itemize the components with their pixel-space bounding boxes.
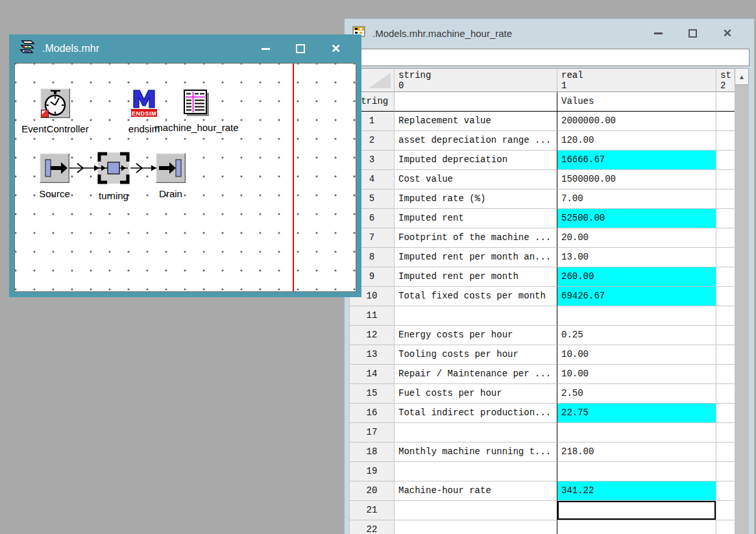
row-extra-cell[interactable] xyxy=(716,112,736,131)
row-extra-cell[interactable] xyxy=(716,520,736,534)
row-extra-cell[interactable] xyxy=(716,404,736,423)
row-value-cell[interactable]: 120.00 xyxy=(557,131,716,151)
row-label-cell[interactable]: Imputed depreciation xyxy=(395,151,557,170)
row-label-cell[interactable]: Cost value xyxy=(395,170,557,189)
row-index-cell[interactable]: 12 xyxy=(349,326,395,345)
close-button[interactable]: ✕ xyxy=(331,43,341,55)
row-extra-cell[interactable] xyxy=(716,209,736,228)
row-extra-cell[interactable] xyxy=(716,501,736,520)
row-label-cell[interactable]: Imputed rent xyxy=(395,209,557,228)
minimize-button[interactable] xyxy=(262,48,270,50)
row-value-cell[interactable]: 13.00 xyxy=(557,248,716,267)
row-label-cell[interactable] xyxy=(395,501,557,520)
row-label-cell[interactable]: Machine-hour rate xyxy=(395,481,557,501)
object-drain[interactable]: Drain xyxy=(135,153,206,199)
scroll-up-button[interactable]: ▲ xyxy=(735,68,749,85)
row-index-cell[interactable]: 17 xyxy=(349,423,395,443)
connector-source-turning[interactable] xyxy=(69,162,99,174)
row-label-cell[interactable] xyxy=(395,306,557,326)
row-value-cell[interactable]: 341.22 xyxy=(557,481,716,501)
row-extra-cell[interactable] xyxy=(716,384,736,404)
column-header-1[interactable]: real 1 xyxy=(557,68,716,92)
row-label-cell[interactable]: Imputed rent per month an... xyxy=(395,248,557,267)
row-value-cell[interactable]: 52500.00 xyxy=(557,209,716,228)
row-value-cell[interactable]: 16666.67 xyxy=(557,151,716,170)
row-label-cell[interactable]: Total indirect production... xyxy=(395,404,557,423)
row-value-cell[interactable]: 0.25 xyxy=(557,326,716,345)
row-label-cell[interactable]: Imputed rate (%) xyxy=(395,189,557,209)
column-header-0[interactable]: string 0 xyxy=(395,68,557,92)
row-index-cell[interactable]: 18 xyxy=(349,443,395,462)
row-value-cell[interactable]: 1500000.00 xyxy=(557,170,716,189)
row-label-cell[interactable]: Footprint of the machine ... xyxy=(395,228,557,248)
row-extra-cell[interactable] xyxy=(716,345,736,365)
column-header-2[interactable]: st 2 xyxy=(716,68,736,92)
row-label-cell[interactable]: asset depreciation range ... xyxy=(395,131,557,151)
minimize-button[interactable] xyxy=(654,32,663,34)
row-value-cell[interactable]: 7.00 xyxy=(557,189,716,209)
row-extra-cell[interactable] xyxy=(716,306,736,326)
row0-value-cell[interactable]: Values xyxy=(557,92,716,112)
row-value-cell[interactable]: 10.00 xyxy=(557,365,716,384)
row-label-cell[interactable] xyxy=(395,462,557,481)
row-label-cell[interactable]: Fuel costs per hour xyxy=(395,384,557,404)
row0-label-cell[interactable] xyxy=(395,92,557,112)
connector-turning-drain[interactable] xyxy=(130,162,156,174)
row-index-cell[interactable]: 15 xyxy=(349,384,395,404)
row-label-cell[interactable]: Tooling costs per hour xyxy=(395,345,557,365)
row-extra-cell[interactable] xyxy=(716,443,736,462)
row-value-cell[interactable]: 10.00 xyxy=(557,345,716,365)
row-label-cell[interactable]: Repair / Maintenance per ... xyxy=(395,365,557,384)
row-extra-cell[interactable] xyxy=(716,326,736,345)
row-value-cell[interactable]: 2.50 xyxy=(557,384,716,404)
row-value-cell[interactable] xyxy=(557,501,716,520)
row-index-cell[interactable]: 16 xyxy=(349,404,395,423)
row-value-cell[interactable]: 218.00 xyxy=(557,443,716,462)
row-label-cell[interactable] xyxy=(395,423,557,443)
row-extra-cell[interactable] xyxy=(716,170,736,189)
row-index-cell[interactable]: 21 xyxy=(349,501,395,520)
row-value-cell[interactable] xyxy=(557,423,716,443)
row-label-cell[interactable]: Imputed rent per month xyxy=(395,267,557,287)
row-value-cell[interactable]: 2000000.00 xyxy=(557,112,716,131)
row-value-cell[interactable]: 20.00 xyxy=(557,228,716,248)
row-value-cell[interactable] xyxy=(557,520,716,534)
row-extra-cell[interactable] xyxy=(716,267,736,287)
row-extra-cell[interactable] xyxy=(716,287,736,306)
row-value-cell[interactable]: 22.75 xyxy=(557,404,716,423)
row-value-cell[interactable]: 260.00 xyxy=(557,267,716,287)
model-window-titlebar[interactable]: .Models.mhr ✕ xyxy=(9,34,361,63)
row-extra-cell[interactable] xyxy=(716,462,736,481)
row-index-cell[interactable]: 20 xyxy=(349,481,395,501)
model-canvas[interactable]: EventController ENDSIM endsim xyxy=(14,63,356,292)
cell-edit-bar[interactable] xyxy=(349,49,750,66)
maximize-button[interactable] xyxy=(296,44,305,53)
row-label-cell[interactable]: Energy costs per hour xyxy=(395,326,557,345)
object-event-controller[interactable]: EventController xyxy=(19,88,91,134)
row-extra-cell[interactable] xyxy=(716,423,736,443)
close-button[interactable]: ✕ xyxy=(723,28,732,39)
maximize-button[interactable] xyxy=(689,29,697,38)
row-extra-cell[interactable] xyxy=(716,151,736,170)
row-index-cell[interactable]: 11 xyxy=(349,306,395,326)
row-extra-cell[interactable] xyxy=(716,248,736,267)
row-label-cell[interactable]: Replacement value xyxy=(395,112,557,131)
row-extra-cell[interactable] xyxy=(716,228,736,248)
row-label-cell[interactable]: Total fixed costs per month xyxy=(395,287,557,306)
row-index-cell[interactable]: 14 xyxy=(349,365,395,384)
object-machine-hour-rate[interactable]: machine_hour_rate xyxy=(145,90,249,133)
row-extra-cell[interactable] xyxy=(716,365,736,384)
row-extra-cell[interactable] xyxy=(716,189,736,209)
table-window-titlebar[interactable]: .Models.mhr.machine_hour_rate ✕ xyxy=(345,19,754,47)
row-value-cell[interactable] xyxy=(557,306,716,326)
vertical-scrollbar[interactable]: ▲ xyxy=(735,68,749,534)
row-extra-cell[interactable] xyxy=(716,131,736,151)
row-value-cell[interactable] xyxy=(557,462,716,481)
row-label-cell[interactable]: Monthly machine running t... xyxy=(395,443,557,462)
row-extra-cell[interactable] xyxy=(716,481,736,501)
row-label-cell[interactable] xyxy=(395,520,557,534)
row0-extra-cell[interactable] xyxy=(716,92,736,112)
row-index-cell[interactable]: 22 xyxy=(349,520,395,534)
row-index-cell[interactable]: 19 xyxy=(349,462,395,481)
row-value-cell[interactable]: 69426.67 xyxy=(557,287,716,306)
